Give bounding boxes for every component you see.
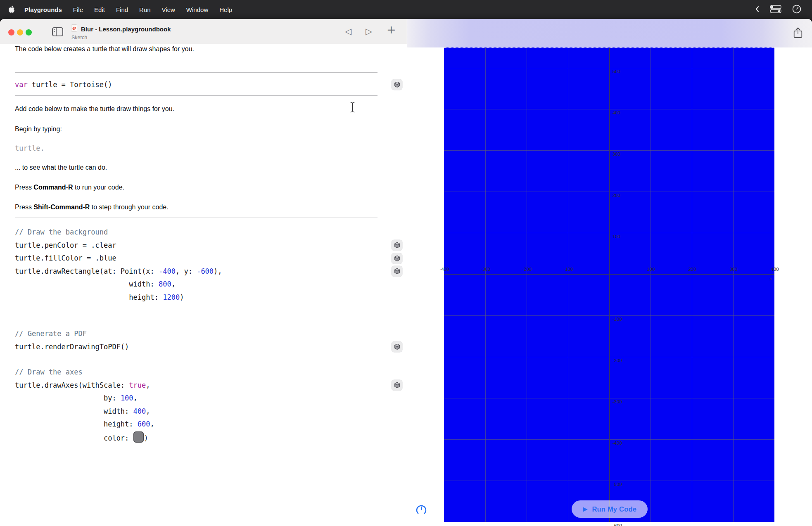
speedometer-icon	[415, 504, 427, 518]
add-page-button[interactable]: +	[387, 25, 396, 35]
code-line[interactable]: turtle.renderDrawingToPDF()	[15, 340, 402, 353]
code-block-background[interactable]: // Draw the backgroundturtle.penColor = …	[15, 226, 402, 304]
turtle-canvas[interactable]: -400-300-200-100100200300400500400300200…	[407, 47, 812, 526]
result-cube-button[interactable]	[392, 266, 402, 277]
lesson-paragraph: ... to see what the turtle can do.	[15, 163, 402, 172]
code-line[interactable]: height: 600,	[15, 418, 402, 431]
minimize-button[interactable]	[17, 29, 23, 36]
apple-logo-icon[interactable]	[8, 5, 15, 14]
gridline	[568, 48, 568, 522]
code-line[interactable]: turtle.drawRectangle(at: Point(x: -400, …	[15, 265, 402, 278]
result-cube-button[interactable]	[392, 380, 402, 391]
chevron-left-icon[interactable]	[755, 6, 759, 14]
clock-icon[interactable]	[792, 5, 801, 15]
menu-items: PlaygroundsFileEditFindRunViewWindowHelp	[24, 6, 232, 13]
menu-item[interactable]: Playgrounds	[24, 6, 62, 13]
y-axis-tick-label: -600	[613, 523, 622, 526]
control-center-icon[interactable]	[770, 5, 781, 14]
code-line[interactable]: // Draw the axes	[15, 366, 402, 379]
gridline	[651, 48, 651, 522]
gridline	[485, 48, 486, 522]
menu-item[interactable]: Find	[116, 6, 128, 13]
window-subtitle: Sketch	[71, 35, 171, 40]
forward-button[interactable]: ▷	[366, 26, 372, 36]
divider	[15, 218, 378, 218]
share-icon[interactable]	[793, 27, 803, 40]
playground-doc-icon	[71, 24, 77, 33]
gridline	[692, 48, 692, 522]
code-line[interactable]: turtle.drawAxes(withScale: true,	[15, 379, 402, 392]
playgrounds-window: Blur - Lesson.playgroundbook Sketch ◁ ▷ …	[0, 19, 812, 526]
code-line[interactable]: turtle.fillColor = .blue	[15, 252, 402, 265]
lesson-document[interactable]: The code below creates a turtle that wil…	[15, 44, 402, 444]
divider	[15, 95, 378, 96]
code-line[interactable]: width: 400,	[15, 405, 402, 418]
lesson-paragraph: The code below creates a turtle that wil…	[15, 45, 402, 54]
code-line[interactable]: var turtle = Tortoise()	[15, 78, 402, 91]
y-axis-line	[609, 48, 610, 522]
back-button[interactable]: ◁	[345, 26, 351, 36]
close-button[interactable]	[8, 29, 14, 36]
drawn-rectangle	[444, 47, 774, 522]
code-block-axes[interactable]: // Draw the axesturtle.drawAxes(withScal…	[15, 366, 402, 444]
result-cube-button[interactable]	[392, 240, 402, 251]
menu-item[interactable]: View	[162, 6, 175, 13]
editor-pane: Blur - Lesson.playgroundbook Sketch ◁ ▷ …	[0, 19, 407, 526]
result-cube-button[interactable]	[392, 341, 402, 352]
result-cube-button[interactable]	[392, 253, 402, 264]
code-line[interactable]: // Generate a PDF	[15, 327, 402, 341]
code-line[interactable]: width: 800,	[15, 278, 402, 291]
live-view-pane: -400-300-200-100100200300400500400300200…	[407, 19, 812, 526]
code-line[interactable]: height: 1200)	[15, 291, 402, 304]
lesson-paragraph: Press Shift-Command-R to step through yo…	[15, 203, 402, 212]
window-title-bar: Blur - Lesson.playgroundbook Sketch ◁ ▷ …	[0, 19, 407, 44]
menu-item[interactable]: Window	[186, 6, 208, 13]
lesson-paragraph: Begin by typing:	[15, 125, 402, 134]
code-line[interactable]: turtle.penColor = .clear	[15, 239, 402, 252]
divider	[15, 72, 378, 73]
code-block-pdf[interactable]: // Generate a PDFturtle.renderDrawingToP…	[15, 327, 402, 353]
menu-item[interactable]: File	[73, 6, 83, 13]
ghost-code-hint: turtle.	[15, 144, 402, 152]
play-icon: ▶	[583, 505, 588, 513]
result-cube-button[interactable]	[392, 79, 402, 90]
code-line[interactable]: // Draw the background	[15, 226, 402, 239]
live-view-title-bar	[407, 19, 812, 47]
gridline	[733, 48, 734, 522]
run-my-code-button[interactable]: ▶ Run My Code	[572, 500, 648, 518]
menu-bar: PlaygroundsFileEditFindRunViewWindowHelp	[0, 0, 812, 19]
menu-item[interactable]: Edit	[94, 6, 105, 13]
code-line[interactable]: color: )	[15, 431, 402, 444]
x-axis-line	[444, 274, 774, 275]
code-line[interactable]: by: 100,	[15, 392, 402, 405]
menu-item[interactable]: Help	[219, 6, 232, 13]
sidebar-toggle-icon[interactable]	[52, 27, 63, 38]
run-speed-button[interactable]	[413, 502, 430, 519]
window-title[interactable]: Blur - Lesson.playgroundbook	[81, 26, 171, 33]
menu-item[interactable]: Run	[139, 6, 151, 13]
run-button-label: Run My Code	[592, 505, 636, 513]
gridline	[527, 48, 527, 522]
lesson-paragraph: Add code below to make the turtle draw t…	[15, 104, 402, 114]
code-block-tortoise[interactable]: var turtle = Tortoise()	[15, 78, 402, 91]
lesson-paragraph: Press Command-R to run your code.	[15, 183, 402, 192]
text-cursor-icon	[350, 102, 355, 114]
zoom-button[interactable]	[26, 29, 32, 36]
color-swatch[interactable]	[133, 431, 144, 443]
